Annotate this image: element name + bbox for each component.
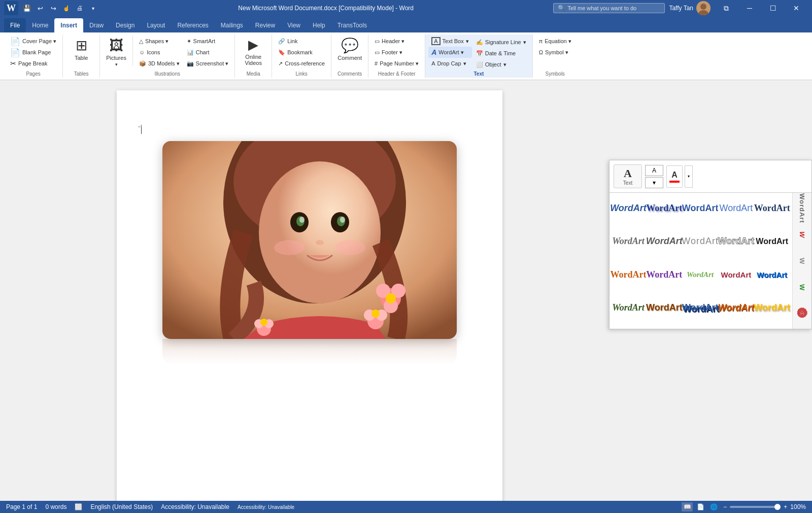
wordart-style-6[interactable]: WordArt (612, 228, 645, 255)
tab-transtools[interactable]: TransTools (331, 18, 373, 32)
screenshot-btn[interactable]: 📷 Screenshot ▾ (184, 58, 232, 69)
inserted-image[interactable] (137, 141, 482, 364)
save-btn[interactable]: 💾 (21, 3, 32, 14)
3d-models-btn[interactable]: 📦 3D Models ▾ (136, 58, 183, 69)
wordart-style-18[interactable]: WordArt (684, 295, 717, 321)
tab-mailings[interactable]: Mailings (215, 18, 249, 32)
header-btn[interactable]: ▭ Header ▾ (371, 36, 422, 47)
font-color-dropdown-btn[interactable]: ▾ (685, 165, 693, 188)
blank-page-btn[interactable]: 📄 Blank Page (7, 47, 59, 58)
text-box-btn[interactable]: A Text Box ▾ (428, 36, 472, 47)
comment-btn[interactable]: 💬 Comment (334, 36, 365, 62)
wordart-style-17[interactable]: WordArt (648, 295, 681, 321)
web-layout-btn[interactable]: 🌐 (708, 502, 719, 511)
dropcap-icon: A (431, 60, 435, 66)
zoom-in-btn[interactable]: + (784, 503, 787, 510)
wordart-styles-panel: WordArt WordArt WordArt WordArt WordArt … (610, 193, 811, 329)
touch-mode-btn[interactable]: ☝ (61, 3, 72, 14)
wordart-style-9[interactable]: WordArt (719, 228, 753, 255)
footer-btn[interactable]: ▭ Footer ▾ (371, 47, 422, 58)
tab-draw[interactable]: Draw (83, 18, 110, 32)
wordart-style-20[interactable]: WordArt (755, 295, 789, 321)
page-break-btn[interactable]: ✂ Page Break (7, 58, 59, 69)
tab-home[interactable]: Home (26, 18, 54, 32)
tab-insert[interactable]: Insert (54, 18, 83, 32)
zoom-out-btn[interactable]: − (723, 503, 727, 510)
pictures-icon: 🖼 (109, 37, 123, 54)
online-videos-btn[interactable]: ▶ OnlineVideos (238, 36, 268, 67)
wordart-style-7[interactable]: WordArt (648, 228, 681, 255)
wordart-vertical-5[interactable]: 🅐 (793, 300, 811, 327)
wordart-style-2[interactable]: WordArt (648, 195, 681, 221)
tab-layout[interactable]: Layout (141, 18, 171, 32)
dropcap-btn[interactable]: A Drop Cap ▾ (428, 58, 472, 69)
wordart-style-3[interactable]: WordArt (684, 195, 717, 221)
user-info[interactable]: Taffy Tan (669, 1, 710, 15)
svg-point-12 (340, 217, 345, 223)
wordart-style-11[interactable]: WordArt (612, 261, 645, 288)
undo-btn[interactable]: ↩ (35, 3, 46, 14)
wordart-style-14[interactable]: WordArt (719, 261, 753, 288)
image-reflection (162, 339, 457, 364)
tell-me-bar[interactable]: 🔍 Tell me what you want to do (553, 3, 665, 13)
minimize-btn[interactable]: ─ (738, 0, 761, 16)
maximize-btn[interactable]: ☐ (761, 0, 785, 16)
ribbon-group-pages: 📄 Cover Page ▾ 📄 Blank Page ✂ Page Break… (4, 35, 63, 78)
tab-references[interactable]: References (171, 18, 214, 32)
wordart-style-12[interactable]: WordArt (648, 261, 681, 288)
svg-point-20 (386, 293, 396, 303)
zoom-slider[interactable] (730, 506, 781, 508)
font-color-btn[interactable]: A (666, 165, 683, 188)
icons-btn[interactable]: ☺ Icons (136, 47, 183, 58)
cover-page-btn[interactable]: 📄 Cover Page ▾ (7, 36, 59, 47)
page-number-btn[interactable]: # Page Number ▾ (371, 58, 422, 69)
wordart-vertical-2[interactable]: W (793, 221, 811, 248)
wordart-style-15[interactable]: WordArt (755, 261, 789, 288)
print-layout-btn[interactable]: 📄 (695, 502, 706, 511)
link-btn[interactable]: 🔗 Link (275, 36, 328, 47)
links-group-content: 🔗 Link 🔖 Bookmark ↗ Cross-reference (275, 36, 328, 70)
wordart-style-16[interactable]: WordArt (612, 295, 645, 321)
tab-file[interactable]: File (4, 18, 26, 32)
wordart-style-4[interactable]: WordArt (719, 195, 753, 221)
date-time-btn[interactable]: 📅 Date & Time (473, 48, 529, 59)
customize-btn[interactable]: ▾ (87, 3, 98, 14)
tab-review[interactable]: Review (249, 18, 281, 32)
wordart-style-1[interactable]: WordArt (612, 195, 645, 221)
wordart-style-10[interactable]: WordArt (755, 228, 789, 255)
font-size-dropdown[interactable]: ▾ (645, 177, 663, 188)
wordart-btn[interactable]: A WordArt ▾ (428, 47, 472, 58)
word-count: 0 words (45, 503, 66, 510)
object-btn[interactable]: ⬜ Object ▾ (473, 59, 529, 70)
symbol-btn[interactable]: Ω Symbol ▾ (536, 47, 574, 58)
redo-btn[interactable]: ↪ (48, 3, 59, 14)
text-panel-btn-text[interactable]: A Text (614, 164, 642, 188)
wordart-vertical-3[interactable]: W (793, 248, 811, 274)
equation-btn[interactable]: π Equation ▾ (536, 36, 574, 47)
signature-line-btn[interactable]: ✍ Signature Line ▾ (473, 37, 529, 48)
pictures-btn[interactable]: 🖼 Pictures ▾ (103, 36, 129, 69)
close-btn[interactable]: ✕ (785, 0, 808, 16)
chart-btn[interactable]: 📊 Chart (184, 47, 232, 58)
smartart-btn[interactable]: ✦ SmartArt (184, 36, 232, 47)
wordart-style-8[interactable]: WordArt (684, 228, 717, 255)
wordart-vertical-4[interactable]: W (793, 274, 811, 300)
read-mode-btn[interactable]: 📖 (682, 502, 693, 511)
table-btn[interactable]: ⊞ Table (66, 36, 96, 62)
print-btn[interactable]: 🖨 (74, 3, 85, 14)
wordart-style-19[interactable]: WordArt (719, 295, 753, 321)
svg-point-11 (299, 217, 304, 223)
wordart-style-13[interactable]: WordArt (684, 261, 717, 288)
restore-window-btn[interactable]: ⧉ (715, 0, 738, 16)
pages-group-content: 📄 Cover Page ▾ 📄 Blank Page ✂ Page Break (7, 36, 59, 70)
cross-reference-btn[interactable]: ↗ Cross-reference (275, 58, 328, 69)
shapes-btn[interactable]: △ Shapes ▾ (136, 36, 183, 47)
font-size-input[interactable]: A (645, 165, 663, 176)
wordart-style-5[interactable]: WordArt (755, 195, 789, 221)
bookmark-btn[interactable]: 🔖 Bookmark (275, 47, 328, 58)
tab-design[interactable]: Design (110, 18, 141, 32)
wordart-vertical-1[interactable]: WordArt (793, 195, 811, 221)
illustrations-label: Illustrations (103, 70, 231, 77)
tab-view[interactable]: View (281, 18, 307, 32)
tab-help[interactable]: Help (307, 18, 331, 32)
